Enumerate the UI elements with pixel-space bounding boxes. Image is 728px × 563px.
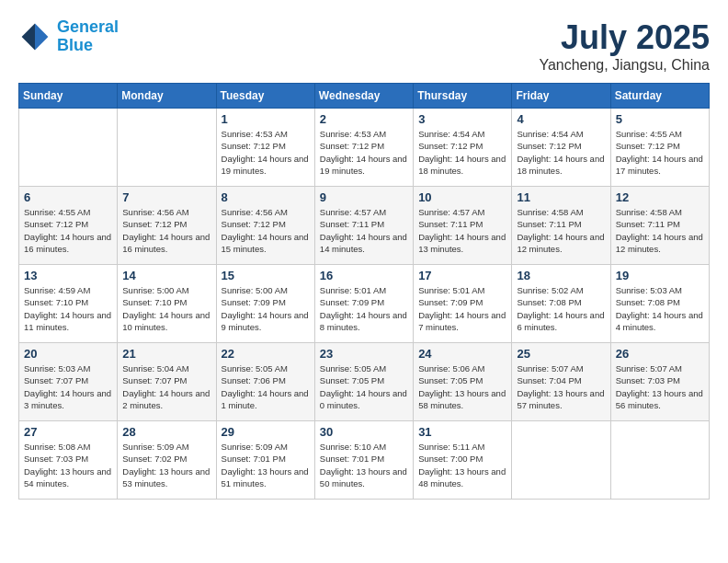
logo: General Blue [18,18,119,55]
day-number: 28 [122,425,210,439]
day-number: 6 [24,190,112,204]
day-info: Sunrise: 4:54 AMSunset: 7:12 PMDaylight:… [418,128,506,177]
day-number: 17 [418,269,506,282]
day-number: 24 [418,347,506,361]
calendar-cell [118,109,216,187]
calendar-cell [19,109,118,187]
day-number: 14 [122,269,210,282]
day-info: Sunrise: 4:55 AMSunset: 7:12 PMDaylight:… [616,128,704,177]
day-number: 20 [24,347,112,361]
day-number: 8 [222,190,310,204]
calendar-cell: 18Sunrise: 5:02 AMSunset: 7:08 PMDayligh… [512,265,610,343]
calendar-header-row: SundayMondayTuesdayWednesdayThursdayFrid… [19,84,710,109]
weekday-header-saturday: Saturday [610,84,709,109]
day-info: Sunrise: 4:53 AMSunset: 7:12 PMDaylight:… [320,128,408,177]
day-info: Sunrise: 5:11 AMSunset: 7:00 PMDaylight:… [418,441,506,489]
calendar-cell: 11Sunrise: 4:58 AMSunset: 7:11 PMDayligh… [512,187,610,265]
svg-marker-3 [35,37,48,50]
day-info: Sunrise: 4:59 AMSunset: 7:10 PMDaylight:… [24,284,112,333]
calendar-cell: 24Sunrise: 5:06 AMSunset: 7:05 PMDayligh… [414,343,512,421]
calendar-cell [610,421,709,500]
month-title: July 2025 [539,18,710,57]
day-number: 11 [517,190,605,204]
calendar-cell: 1Sunrise: 4:53 AMSunset: 7:12 PMDaylight… [216,109,314,187]
day-info: Sunrise: 4:53 AMSunset: 7:12 PMDaylight:… [222,128,310,177]
day-info: Sunrise: 4:57 AMSunset: 7:11 PMDaylight:… [320,206,408,255]
calendar-cell: 31Sunrise: 5:11 AMSunset: 7:00 PMDayligh… [414,421,512,500]
day-info: Sunrise: 5:09 AMSunset: 7:02 PMDaylight:… [122,441,210,489]
day-info: Sunrise: 4:56 AMSunset: 7:12 PMDaylight:… [122,206,210,255]
calendar-cell: 25Sunrise: 5:07 AMSunset: 7:04 PMDayligh… [512,343,610,421]
day-number: 1 [222,112,310,126]
calendar-cell: 7Sunrise: 4:56 AMSunset: 7:12 PMDaylight… [118,187,216,265]
logo-text: General Blue [57,18,119,55]
day-number: 19 [616,269,704,282]
page-header: General Blue July 2025 Yancheng, Jiangsu… [18,18,710,74]
day-number: 15 [222,269,310,282]
day-info: Sunrise: 5:07 AMSunset: 7:04 PMDaylight:… [517,362,605,411]
svg-marker-1 [22,23,35,36]
calendar-cell: 8Sunrise: 4:56 AMSunset: 7:12 PMDaylight… [216,187,314,265]
calendar-week-3: 13Sunrise: 4:59 AMSunset: 7:10 PMDayligh… [19,265,710,343]
calendar-cell: 22Sunrise: 5:05 AMSunset: 7:06 PMDayligh… [216,343,314,421]
calendar-cell: 19Sunrise: 5:03 AMSunset: 7:08 PMDayligh… [610,265,709,343]
day-info: Sunrise: 4:55 AMSunset: 7:12 PMDaylight:… [24,206,112,255]
day-info: Sunrise: 5:00 AMSunset: 7:10 PMDaylight:… [122,284,210,333]
weekday-header-thursday: Thursday [414,84,512,109]
calendar-cell: 5Sunrise: 4:55 AMSunset: 7:12 PMDaylight… [610,109,709,187]
day-info: Sunrise: 4:57 AMSunset: 7:11 PMDaylight:… [418,206,506,255]
calendar-cell: 20Sunrise: 5:03 AMSunset: 7:07 PMDayligh… [19,343,118,421]
day-number: 16 [320,269,408,282]
logo-icon [18,20,51,53]
day-number: 10 [418,190,506,204]
calendar-week-4: 20Sunrise: 5:03 AMSunset: 7:07 PMDayligh… [19,343,710,421]
calendar-cell: 9Sunrise: 4:57 AMSunset: 7:11 PMDaylight… [314,187,413,265]
day-number: 9 [320,190,408,204]
day-number: 23 [320,347,408,361]
calendar-cell: 14Sunrise: 5:00 AMSunset: 7:10 PMDayligh… [118,265,216,343]
calendar-cell: 6Sunrise: 4:55 AMSunset: 7:12 PMDaylight… [19,187,118,265]
day-number: 13 [24,269,112,282]
weekday-header-monday: Monday [118,84,216,109]
day-info: Sunrise: 5:05 AMSunset: 7:05 PMDaylight:… [320,362,408,411]
calendar-cell: 12Sunrise: 4:58 AMSunset: 7:11 PMDayligh… [610,187,709,265]
day-number: 12 [616,190,704,204]
day-info: Sunrise: 5:02 AMSunset: 7:08 PMDaylight:… [517,284,605,333]
day-info: Sunrise: 4:58 AMSunset: 7:11 PMDaylight:… [616,206,704,255]
calendar-cell: 28Sunrise: 5:09 AMSunset: 7:02 PMDayligh… [118,421,216,500]
calendar-week-1: 1Sunrise: 4:53 AMSunset: 7:12 PMDaylight… [19,109,710,187]
logo-general: General [57,17,119,36]
calendar-cell: 15Sunrise: 5:00 AMSunset: 7:09 PMDayligh… [216,265,314,343]
day-info: Sunrise: 4:54 AMSunset: 7:12 PMDaylight:… [517,128,605,177]
calendar-cell [512,421,610,500]
calendar-cell: 3Sunrise: 4:54 AMSunset: 7:12 PMDaylight… [414,109,512,187]
day-number: 3 [418,112,506,126]
calendar-table: SundayMondayTuesdayWednesdayThursdayFrid… [18,83,710,500]
calendar-cell: 13Sunrise: 4:59 AMSunset: 7:10 PMDayligh… [19,265,118,343]
calendar-cell: 23Sunrise: 5:05 AMSunset: 7:05 PMDayligh… [314,343,413,421]
day-info: Sunrise: 5:06 AMSunset: 7:05 PMDaylight:… [418,362,506,411]
location-title: Yancheng, Jiangsu, China [539,57,710,74]
calendar-cell: 26Sunrise: 5:07 AMSunset: 7:03 PMDayligh… [610,343,709,421]
day-number: 26 [616,347,704,361]
day-info: Sunrise: 5:08 AMSunset: 7:03 PMDaylight:… [24,441,112,489]
day-info: Sunrise: 4:58 AMSunset: 7:11 PMDaylight:… [517,206,605,255]
day-info: Sunrise: 5:01 AMSunset: 7:09 PMDaylight:… [418,284,506,333]
weekday-header-tuesday: Tuesday [216,84,314,109]
day-info: Sunrise: 4:56 AMSunset: 7:12 PMDaylight:… [222,206,310,255]
calendar-week-2: 6Sunrise: 4:55 AMSunset: 7:12 PMDaylight… [19,187,710,265]
calendar-cell: 17Sunrise: 5:01 AMSunset: 7:09 PMDayligh… [414,265,512,343]
title-area: July 2025 Yancheng, Jiangsu, China [539,18,710,74]
day-info: Sunrise: 5:10 AMSunset: 7:01 PMDaylight:… [320,441,408,489]
calendar-week-5: 27Sunrise: 5:08 AMSunset: 7:03 PMDayligh… [19,421,710,500]
calendar-cell: 30Sunrise: 5:10 AMSunset: 7:01 PMDayligh… [314,421,413,500]
calendar-cell: 21Sunrise: 5:04 AMSunset: 7:07 PMDayligh… [118,343,216,421]
day-number: 22 [222,347,310,361]
day-info: Sunrise: 5:00 AMSunset: 7:09 PMDaylight:… [222,284,310,333]
weekday-header-sunday: Sunday [19,84,118,109]
day-number: 29 [222,425,310,439]
calendar-cell: 4Sunrise: 4:54 AMSunset: 7:12 PMDaylight… [512,109,610,187]
day-number: 21 [122,347,210,361]
svg-marker-0 [35,23,48,36]
calendar-cell: 16Sunrise: 5:01 AMSunset: 7:09 PMDayligh… [314,265,413,343]
